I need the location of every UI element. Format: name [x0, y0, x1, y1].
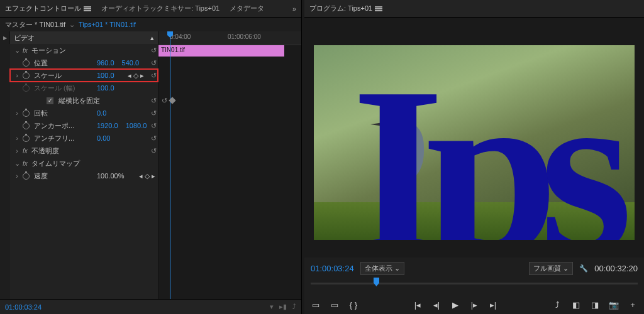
program-playhead[interactable]	[374, 278, 379, 286]
mark-in-icon[interactable]: ▭	[311, 300, 321, 310]
program-monitor[interactable]: Ips	[304, 18, 644, 257]
twirl-icon[interactable]	[14, 160, 20, 168]
position-x[interactable]: 960.0	[97, 59, 114, 67]
panel-footer: 01:00:03:24 ▾ ▸▮ ⤴	[0, 299, 301, 314]
step-back-icon[interactable]: ◂|	[431, 300, 441, 310]
clip-bar[interactable]: TIN01.tif	[158, 45, 284, 57]
prop-position[interactable]: 位置960.0540.0	[10, 57, 158, 69]
master-clip-label: マスター * TIN01.tif	[5, 20, 65, 30]
reset-button[interactable]	[149, 46, 158, 55]
extract-icon[interactable]: ◨	[590, 300, 600, 310]
stopwatch-icon[interactable]	[23, 173, 30, 180]
time-ruler[interactable]: 0:04:00 01:00:06:00	[158, 31, 301, 45]
add-keyframe-icon[interactable]: ◇	[145, 172, 150, 180]
footer-tools[interactable]: ▾ ▸▮ ⤴	[270, 303, 296, 311]
twirl-icon[interactable]	[14, 147, 20, 154]
next-keyframe-icon[interactable]: ▸	[140, 72, 144, 80]
prev-keyframe-icon[interactable]: ◂	[139, 172, 143, 180]
prop-antiflicker[interactable]: アンチフリ...0.00	[10, 132, 158, 144]
stopwatch-icon[interactable]	[23, 110, 30, 117]
button-editor-icon[interactable]: +	[628, 300, 638, 310]
stopwatch-icon[interactable]	[23, 135, 30, 142]
tab-effect-controls[interactable]: エフェクトコントロール	[5, 4, 91, 13]
rotation-value[interactable]: 0.0	[97, 109, 106, 117]
go-in-icon[interactable]: |◂	[413, 300, 423, 310]
prop-uniform-scale[interactable]: ✓縦横比を固定	[10, 94, 158, 107]
antiflicker-value[interactable]: 0.00	[97, 134, 110, 142]
reset-button[interactable]	[160, 97, 169, 105]
camera-icon[interactable]: 📷	[609, 300, 619, 310]
prop-scale-width: スケール (幅)100.0	[10, 82, 158, 94]
stopwatch-icon[interactable]	[23, 122, 30, 129]
lift-icon[interactable]: ◧	[571, 300, 581, 310]
prop-scale[interactable]: スケール100.0◂◇▸	[10, 69, 158, 82]
reset-button[interactable]	[149, 134, 158, 143]
chevron-down-icon[interactable]: ⌄	[69, 21, 75, 29]
clip-breadcrumb: マスター * TIN01.tif ⌄ Tips+01 * TIN01.tif	[0, 18, 301, 31]
section-video[interactable]: ビデオ▴	[10, 31, 158, 44]
effect-motion[interactable]: fxモーション	[10, 44, 158, 57]
prev-keyframe-icon[interactable]: ◂	[128, 72, 131, 80]
panel-menu-icon[interactable]	[84, 6, 91, 11]
playhead[interactable]	[170, 31, 170, 299]
stopwatch-icon[interactable]	[23, 60, 30, 67]
reset-button[interactable]	[149, 59, 158, 67]
effect-timeremap[interactable]: fxタイムリマップ	[10, 157, 158, 170]
program-timecode[interactable]: 01:00:03:24	[311, 264, 354, 273]
wrench-icon[interactable]: 🔧	[579, 264, 588, 273]
tab-audio-mixer[interactable]: オーディオトラックミキサー: Tips+01	[101, 4, 219, 13]
mark-out-icon[interactable]: ▭	[330, 300, 340, 310]
tab-metadata[interactable]: メタデータ	[230, 4, 264, 13]
next-keyframe-icon[interactable]: ▸	[152, 172, 155, 180]
position-y[interactable]: 540.0	[122, 59, 140, 67]
step-fwd-icon[interactable]: |▸	[469, 300, 479, 310]
play-button[interactable]: ▶	[450, 300, 460, 310]
prop-anchor[interactable]: アンカーポ...1920.01080.0	[10, 119, 158, 132]
quality-select[interactable]: フル画質 ⌄	[529, 262, 573, 275]
ruler-tick: 01:00:06:00	[228, 33, 261, 40]
zoom-select[interactable]: 全体表示 ⌄	[360, 262, 404, 275]
reset-button[interactable]	[149, 97, 158, 105]
panel-tabs: エフェクトコントロール オーディオトラックミキサー: Tips+01 メタデータ…	[0, 0, 301, 18]
twirl-icon[interactable]	[14, 109, 20, 117]
effect-opacity[interactable]: fx不透明度	[10, 144, 158, 157]
panel-overflow[interactable]: »	[292, 5, 296, 13]
add-marker-icon[interactable]: { }	[348, 300, 358, 310]
reset-button[interactable]	[149, 122, 158, 130]
effect-timeline[interactable]: 0:04:00 01:00:06:00 TIN01.tif	[158, 31, 301, 299]
stopwatch-icon[interactable]	[23, 72, 30, 79]
stopwatch-icon	[23, 85, 30, 92]
twirl-icon[interactable]	[14, 172, 20, 180]
keyframe-icon[interactable]	[169, 97, 175, 104]
prop-rotation[interactable]: 回転0.0	[10, 107, 158, 119]
prop-speed[interactable]: 速度100.00%◂◇▸	[10, 170, 158, 182]
export-frame-icon[interactable]: ⤴	[552, 300, 562, 310]
anchor-x[interactable]: 1920.0	[97, 122, 118, 129]
panel-nav-toggle[interactable]	[0, 31, 10, 44]
reset-button[interactable]	[149, 109, 158, 117]
ruler-tick: 0:04:00	[170, 33, 191, 40]
tab-program[interactable]: プログラム: Tips+01	[309, 4, 382, 13]
sequence-clip-label[interactable]: Tips+01 * TIN01.tif	[79, 21, 136, 28]
go-out-icon[interactable]: ▸|	[488, 300, 498, 310]
add-keyframe-icon[interactable]: ◇	[133, 72, 138, 80]
panel-menu-icon[interactable]	[375, 6, 382, 11]
collapse-icon[interactable]: ▴	[150, 34, 154, 42]
twirl-icon[interactable]	[14, 46, 20, 55]
program-scrubber[interactable]	[311, 278, 638, 290]
speed-value[interactable]: 100.00%	[97, 172, 124, 180]
current-timecode[interactable]: 01:00:03:24	[5, 303, 42, 311]
program-duration[interactable]: 00:00:32:20	[594, 264, 638, 273]
checkbox-uniform[interactable]: ✓	[47, 97, 53, 104]
overlay-text: Ips	[352, 45, 614, 240]
transport-controls: ▭ ▭ { } |◂ ◂| ▶ |▸ ▸| ⤴ ◧ ◨ 📷 +	[304, 295, 644, 314]
program-tabs: プログラム: Tips+01	[304, 0, 644, 18]
anchor-y[interactable]: 1080.0	[126, 122, 147, 129]
twirl-icon[interactable]	[14, 134, 20, 142]
twirl-icon[interactable]	[14, 72, 20, 79]
reset-button[interactable]	[149, 147, 158, 155]
reset-button[interactable]	[149, 72, 158, 80]
scale-value[interactable]: 100.0	[97, 72, 114, 79]
